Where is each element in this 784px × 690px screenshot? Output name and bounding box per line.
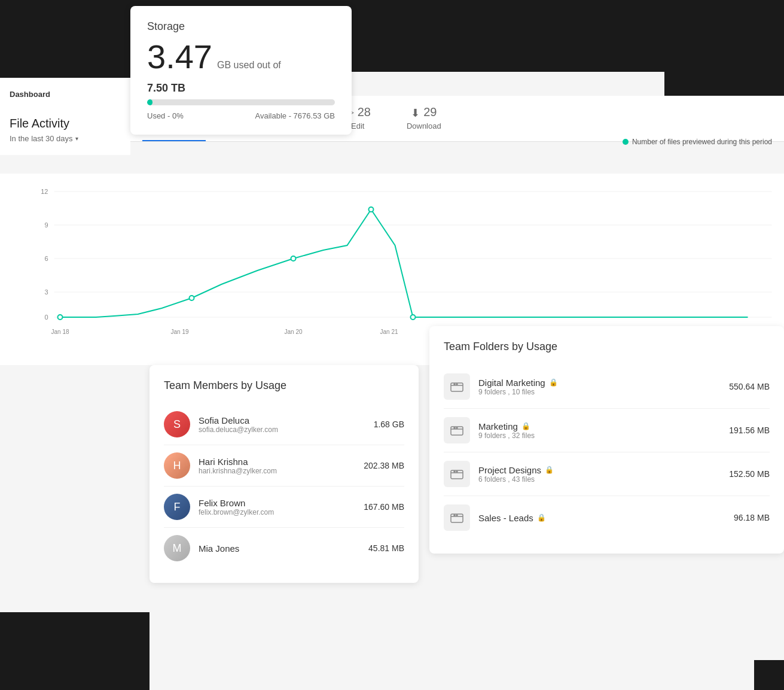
- dashboard-label: Dashboard: [10, 90, 121, 99]
- svg-point-13: [369, 207, 374, 212]
- svg-point-29: [456, 471, 457, 472]
- svg-point-26: [456, 427, 457, 428]
- member-row: M Mia Jones 45.81 MB: [164, 528, 404, 569]
- svg-text:0: 0: [44, 314, 48, 321]
- member-usage: 45.81 MB: [368, 543, 404, 553]
- team-members-title: Team Members by Usage: [164, 379, 404, 392]
- folder-meta: 9 folders , 32 files: [478, 431, 721, 440]
- svg-point-11: [190, 296, 194, 300]
- svg-point-23: [456, 384, 457, 385]
- member-row: F Felix Brown felix.brown@zylker.com 167…: [164, 487, 404, 528]
- folder-icon-box: [444, 461, 470, 487]
- member-name: Mia Jones: [199, 543, 360, 554]
- member-usage: 167.60 MB: [364, 502, 404, 512]
- folder-meta: 6 folders , 43 files: [478, 475, 721, 484]
- svg-text:Jan 18: Jan 18: [51, 329, 69, 335]
- avatar: M: [164, 535, 190, 561]
- svg-point-28: [454, 471, 455, 472]
- member-row: H Hari Krishna hari.krishna@zylker.com 2…: [164, 445, 404, 487]
- folder-name: Digital Marketing 🔒: [478, 378, 721, 388]
- file-activity-subtitle[interactable]: In the last 30 days ▾: [10, 134, 121, 143]
- storage-progress-bar: [147, 99, 335, 105]
- svg-text:9: 9: [44, 221, 48, 229]
- svg-text:Jan 19: Jan 19: [170, 329, 188, 335]
- folder-name: Project Designs 🔒: [478, 465, 721, 475]
- folder-meta: 9 folders , 10 files: [478, 388, 721, 396]
- storage-available-label: Available - 7676.53 GB: [255, 111, 335, 120]
- chart-legend: Number of files previewed during this pe…: [623, 138, 772, 146]
- member-usage: 202.38 MB: [364, 461, 404, 470]
- folder-icon-box: [444, 417, 470, 443]
- lock-icon: 🔒: [537, 513, 546, 522]
- lock-icon: 🔒: [545, 466, 554, 474]
- tab-download[interactable]: ⬇ 29 Download: [389, 96, 459, 141]
- folder-row: Marketing 🔒 9 folders , 32 files 191.56 …: [444, 409, 770, 452]
- storage-total: 7.50 TB: [147, 82, 335, 95]
- member-email: hari.krishna@zylker.com: [199, 467, 355, 475]
- storage-progress-fill: [147, 99, 152, 105]
- svg-text:3: 3: [44, 288, 48, 296]
- folder-icon: [450, 467, 464, 481]
- avatar: H: [164, 452, 190, 479]
- folder-size: 152.50 MB: [729, 469, 770, 479]
- svg-text:6: 6: [44, 255, 48, 262]
- svg-point-14: [411, 315, 416, 320]
- svg-point-22: [454, 384, 455, 385]
- storage-used-number: 3.47: [147, 40, 212, 74]
- member-row: S Sofia Deluca sofia.deluca@zylker.com 1…: [164, 404, 404, 445]
- folder-icon-box: [444, 504, 470, 531]
- team-folders-card: Team Folders by Usage Digital Marketing …: [429, 326, 784, 554]
- folder-icon: [450, 379, 464, 394]
- svg-point-12: [291, 256, 296, 261]
- storage-used-label: Used - 0%: [147, 111, 184, 120]
- folder-row: Project Designs 🔒 6 folders , 43 files 1…: [444, 452, 770, 496]
- lock-icon: 🔒: [549, 378, 558, 387]
- avatar: S: [164, 411, 190, 437]
- activity-chart: 12 9 6 3 0 Jan 18 Jan 19 Jan 20 Jan 21 J…: [30, 186, 772, 341]
- folder-size: 550.64 MB: [729, 382, 770, 391]
- avatar: F: [164, 494, 190, 520]
- svg-text:12: 12: [41, 188, 48, 195]
- team-folders-title: Team Folders by Usage: [444, 341, 770, 353]
- folder-row: Sales - Leads 🔒 96.18 MB: [444, 496, 770, 539]
- member-email: sofia.deluca@zylker.com: [199, 425, 365, 434]
- folder-row: Digital Marketing 🔒 9 folders , 10 files…: [444, 365, 770, 409]
- svg-point-25: [454, 427, 455, 428]
- folder-icon: [450, 423, 464, 437]
- storage-title: Storage: [147, 20, 335, 33]
- member-name: Sofia Deluca: [199, 415, 365, 425]
- svg-point-32: [456, 515, 457, 516]
- download-icon: ⬇: [411, 107, 420, 120]
- folder-name: Marketing 🔒: [478, 421, 721, 431]
- svg-point-31: [454, 515, 455, 516]
- folder-icon: [450, 510, 464, 525]
- legend-dot: [623, 139, 629, 145]
- team-members-card: Team Members by Usage S Sofia Deluca sof…: [150, 365, 419, 583]
- storage-card: Storage 3.47 GB used out of 7.50 TB Used…: [130, 6, 352, 135]
- folder-size: 96.18 MB: [734, 513, 770, 522]
- svg-point-10: [58, 315, 63, 320]
- folder-size: 191.56 MB: [729, 425, 770, 435]
- folder-icon-box: [444, 373, 470, 400]
- folder-name: Sales - Leads 🔒: [478, 513, 725, 523]
- member-name: Hari Krishna: [199, 457, 355, 467]
- svg-text:Jan 20: Jan 20: [284, 329, 302, 335]
- file-activity-title: File Activity: [10, 117, 121, 130]
- lock-icon: 🔒: [521, 422, 530, 430]
- member-usage: 1.68 GB: [374, 420, 404, 429]
- svg-text:Jan 21: Jan 21: [380, 329, 398, 335]
- storage-unit: GB used out of: [217, 60, 281, 71]
- member-email: felix.brown@zylker.com: [199, 508, 355, 516]
- member-name: Felix Brown: [199, 498, 355, 508]
- chevron-down-icon: ▾: [75, 135, 78, 142]
